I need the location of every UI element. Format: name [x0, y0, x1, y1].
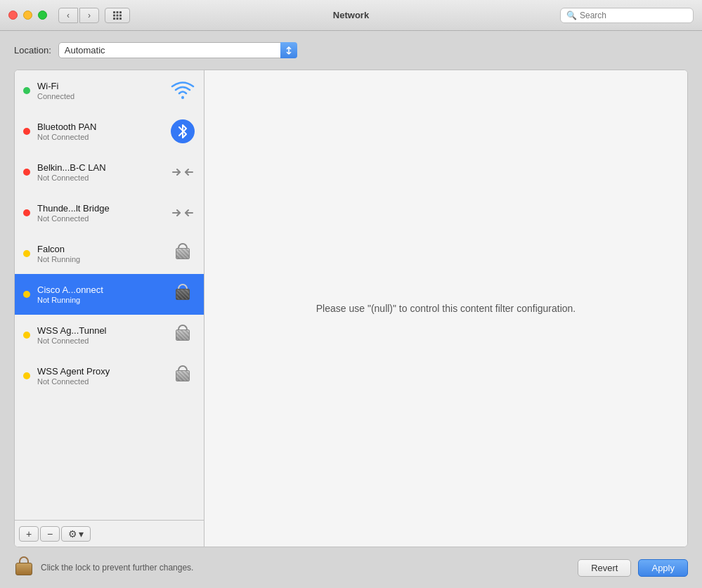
lock-icon-cisco: [170, 282, 195, 307]
status-dot-belkin: [23, 169, 30, 176]
network-name-cisco: Cisco A...onnect: [37, 285, 170, 295]
content-area: Location: Automatic Wi-Fi: [0, 31, 702, 547]
svg-rect-6: [113, 18, 115, 20]
detail-panel: Please use "(null)" to control this cont…: [204, 70, 687, 547]
nav-buttons: ‹ ›: [58, 8, 99, 23]
lock-icon-wss-proxy: [170, 363, 195, 388]
bottom-buttons: Revert Apply: [578, 559, 688, 577]
maximize-button[interactable]: [38, 11, 47, 20]
lock-area: Click the lock to prevent further change…: [14, 556, 193, 579]
network-info-wifi: Wi-Fi Connected: [37, 81, 170, 100]
network-item-falcon[interactable]: Falcon Not Running: [15, 233, 204, 274]
network-item-wss-tunnel[interactable]: WSS Ag...Tunnel Not Connected: [15, 315, 204, 355]
sidebar: Wi-Fi Connected: [15, 70, 204, 547]
network-info-cisco: Cisco A...onnect Not Running: [37, 285, 170, 304]
status-dot-wss-proxy: [23, 372, 30, 379]
network-name-bluetooth: Bluetooth PAN: [37, 122, 170, 132]
network-name-wss-tunnel: WSS Ag...Tunnel: [37, 325, 170, 336]
network-item-belkin[interactable]: Belkin...B-C LAN Not Connected: [15, 152, 204, 192]
settings-button[interactable]: ⚙ ▾: [61, 526, 91, 542]
status-dot-falcon: [23, 250, 30, 257]
network-status-bluetooth: Not Connected: [37, 133, 170, 141]
sidebar-toolbar: + − ⚙ ▾: [15, 520, 204, 547]
network-item-wifi[interactable]: Wi-Fi Connected: [15, 70, 204, 111]
network-item-bluetooth[interactable]: Bluetooth PAN Not Connected: [15, 111, 204, 152]
network-status-wss-proxy: Not Connected: [37, 377, 170, 386]
network-info-thunderbolt: Thunde...lt Bridge Not Connected: [37, 203, 170, 223]
chevron-down-icon: ▾: [79, 528, 84, 540]
bottom-bar: Click the lock to prevent further change…: [0, 547, 702, 588]
status-dot-wifi: [23, 87, 30, 94]
status-dot-cisco: [23, 291, 30, 298]
network-status-wifi: Connected: [37, 92, 170, 100]
lock-icon-falcon: [170, 241, 195, 266]
wifi-icon: [170, 78, 195, 103]
lan-icon-belkin: [170, 159, 195, 185]
search-icon: 🔍: [566, 11, 577, 20]
location-label: Location:: [14, 45, 51, 55]
grid-button[interactable]: [105, 8, 130, 23]
svg-point-9: [181, 96, 184, 99]
network-name-thunderbolt: Thunde...lt Bridge: [37, 203, 170, 214]
traffic-lights: [8, 11, 47, 20]
network-item-wss-proxy[interactable]: WSS Agent Proxy Not Connected: [15, 355, 204, 396]
search-bar[interactable]: 🔍: [560, 8, 694, 23]
lock-text: Click the lock to prevent further change…: [41, 563, 193, 573]
search-input[interactable]: [580, 11, 687, 20]
network-info-wss-tunnel: WSS Ag...Tunnel Not Connected: [37, 325, 170, 345]
svg-rect-7: [117, 18, 119, 20]
lock-icon-wss-tunnel: [170, 322, 195, 348]
network-info-bluetooth: Bluetooth PAN Not Connected: [37, 122, 170, 141]
network-status-falcon: Not Running: [37, 255, 170, 263]
bluetooth-icon: [170, 119, 195, 144]
svg-rect-8: [119, 18, 122, 20]
location-select[interactable]: Automatic: [58, 42, 297, 58]
close-button[interactable]: [8, 11, 18, 20]
network-info-wss-proxy: WSS Agent Proxy Not Connected: [37, 366, 170, 386]
apply-button[interactable]: Apply: [638, 559, 688, 577]
network-status-thunderbolt: Not Connected: [37, 214, 170, 223]
network-item-cisco[interactable]: Cisco A...onnect Not Running: [15, 274, 204, 315]
network-status-wss-tunnel: Not Connected: [37, 337, 170, 345]
network-name-falcon: Falcon: [37, 244, 170, 254]
network-info-belkin: Belkin...B-C LAN Not Connected: [37, 162, 170, 182]
status-dot-bluetooth: [23, 128, 30, 135]
back-button[interactable]: ‹: [58, 8, 78, 23]
network-status-belkin: Not Connected: [37, 174, 170, 182]
window-title: Network: [333, 10, 369, 20]
svg-rect-3: [113, 14, 115, 16]
lock-big-icon[interactable]: [14, 556, 34, 579]
location-select-wrapper[interactable]: Automatic: [58, 42, 297, 58]
remove-network-button[interactable]: −: [40, 526, 60, 542]
forward-button[interactable]: ›: [79, 8, 99, 23]
network-info-falcon: Falcon Not Running: [37, 244, 170, 263]
detail-message: Please use "(null)" to control this cont…: [316, 303, 576, 314]
network-status-cisco: Not Running: [37, 296, 170, 304]
lan-icon-thunderbolt: [170, 200, 195, 226]
network-item-thunderbolt[interactable]: Thunde...lt Bridge Not Connected: [15, 192, 204, 233]
svg-rect-2: [119, 11, 122, 13]
add-network-button[interactable]: +: [19, 526, 39, 542]
minimize-button[interactable]: [23, 11, 32, 20]
network-name-wss-proxy: WSS Agent Proxy: [37, 366, 170, 377]
network-list: Wi-Fi Connected: [15, 70, 204, 520]
title-bar: ‹ › Network 🔍: [0, 0, 702, 31]
revert-button[interactable]: Revert: [578, 559, 631, 577]
location-bar: Location: Automatic: [14, 42, 688, 58]
svg-rect-5: [119, 14, 122, 16]
main-panel: Wi-Fi Connected: [14, 70, 688, 547]
status-dot-thunderbolt: [23, 209, 30, 216]
svg-rect-1: [117, 11, 119, 13]
network-name-wifi: Wi-Fi: [37, 81, 170, 91]
svg-rect-0: [113, 11, 115, 13]
svg-rect-4: [117, 14, 119, 16]
network-name-belkin: Belkin...B-C LAN: [37, 162, 170, 173]
gear-icon: ⚙: [68, 528, 77, 540]
status-dot-wss-tunnel: [23, 332, 30, 339]
